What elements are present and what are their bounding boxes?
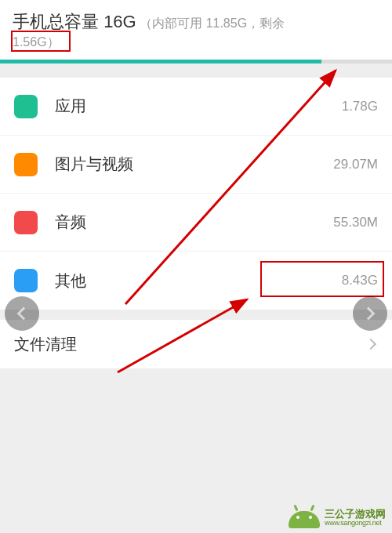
watermark-text: 三公子游戏网 www.sangongzi.net bbox=[325, 509, 386, 528]
chevron-right-icon bbox=[362, 307, 376, 321]
category-label: 其他 bbox=[55, 270, 342, 292]
file-cleanup-label: 文件清理 bbox=[14, 334, 367, 355]
category-value: 29.07M bbox=[333, 157, 378, 172]
watermark: 三公子游戏网 www.sangongzi.net bbox=[289, 508, 386, 528]
category-value: 55.30M bbox=[333, 215, 378, 230]
category-row-other[interactable]: 其他 8.43G bbox=[0, 252, 392, 310]
watermark-url: www.sangongzi.net bbox=[325, 520, 386, 528]
detail-close: ） bbox=[47, 33, 60, 52]
category-row-apps[interactable]: 应用 1.78G bbox=[0, 78, 392, 136]
detail-mid: ，剩余 bbox=[247, 16, 285, 30]
category-label: 应用 bbox=[55, 96, 342, 117]
chevron-left-icon bbox=[17, 307, 31, 321]
section-spacer bbox=[0, 63, 392, 78]
internal-available-value: 11.85G bbox=[206, 16, 247, 30]
chevron-right-icon bbox=[365, 339, 376, 350]
storage-page: 手机总容量 16G （内部可用 11.85G，剩余 1.56G） bbox=[0, 0, 392, 63]
storage-header: 手机总容量 16G （内部可用 11.85G，剩余 1.56G） bbox=[0, 0, 392, 60]
title-prefix: 手机总容量 bbox=[13, 12, 103, 31]
gallery-next-button[interactable] bbox=[353, 296, 387, 331]
storage-progress-fill bbox=[0, 60, 321, 63]
category-row-audio[interactable]: 音频 55.30M bbox=[0, 194, 392, 252]
total-storage-value: 16G bbox=[103, 12, 136, 31]
category-label: 图片与视频 bbox=[55, 154, 333, 175]
android-icon bbox=[289, 508, 320, 528]
watermark-name: 三公子游戏网 bbox=[325, 509, 386, 520]
audio-icon bbox=[14, 211, 38, 234]
detail-open: （内部可用 bbox=[140, 16, 205, 30]
cleanup-section: 文件清理 bbox=[0, 320, 392, 368]
category-value: 8.43G bbox=[342, 273, 378, 288]
file-cleanup-row[interactable]: 文件清理 bbox=[0, 320, 392, 368]
category-row-media[interactable]: 图片与视频 29.07M bbox=[0, 136, 392, 194]
apps-icon bbox=[14, 95, 38, 118]
category-label: 音频 bbox=[55, 212, 333, 233]
media-icon bbox=[14, 153, 38, 176]
category-list: 应用 1.78G 图片与视频 29.07M 音频 55.30M 其他 8.43G bbox=[0, 78, 392, 310]
total-storage-line: 手机总容量 16G （内部可用 11.85G，剩余 bbox=[13, 11, 379, 33]
category-value: 1.78G bbox=[342, 99, 378, 114]
storage-progress-bar bbox=[0, 60, 392, 63]
other-icon bbox=[14, 269, 38, 292]
remaining-value: 1.56G bbox=[13, 33, 47, 52]
gallery-prev-button[interactable] bbox=[5, 296, 39, 331]
